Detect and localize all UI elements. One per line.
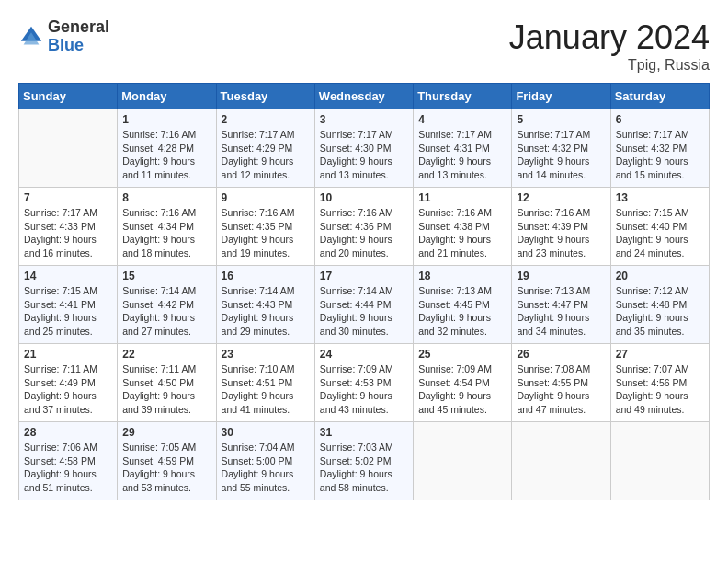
daylight-text: Daylight: 9 hours and 14 minutes.: [517, 155, 589, 180]
sunrise-text: Sunrise: 7:16 AM: [517, 207, 590, 218]
day-of-week-header: Thursday: [414, 84, 512, 109]
sunset-text: Sunset: 4:44 PM: [320, 299, 392, 310]
day-number: 18: [418, 270, 506, 282]
sunset-text: Sunset: 5:00 PM: [222, 455, 293, 466]
calendar-cell: 18Sunrise: 7:13 AMSunset: 4:45 PMDayligh…: [414, 266, 512, 344]
sunset-text: Sunset: 4:32 PM: [517, 143, 588, 154]
calendar-cell: 22Sunrise: 7:11 AMSunset: 4:50 PMDayligh…: [118, 344, 216, 422]
sunset-text: Sunset: 4:35 PM: [222, 221, 293, 232]
calendar-cell: 29Sunrise: 7:05 AMSunset: 4:59 PMDayligh…: [118, 422, 216, 500]
calendar-cell: 21Sunrise: 7:11 AMSunset: 4:49 PMDayligh…: [19, 344, 118, 422]
sunrise-text: Sunrise: 7:12 AM: [616, 285, 689, 296]
day-number: 30: [222, 426, 310, 439]
calendar-week-row: 7Sunrise: 7:17 AMSunset: 4:33 PMDaylight…: [19, 188, 710, 266]
sunset-text: Sunset: 4:50 PM: [122, 377, 194, 388]
daylight-text: Daylight: 9 hours and 34 minutes.: [517, 312, 589, 337]
calendar-cell: 31Sunrise: 7:03 AMSunset: 5:02 PMDayligh…: [314, 422, 413, 500]
location: Tpig, Russia: [509, 57, 710, 74]
day-number: 14: [24, 270, 112, 282]
daylight-text: Daylight: 9 hours and 45 minutes.: [418, 390, 491, 415]
calendar-cell: 4Sunrise: 7:17 AMSunset: 4:31 PMDaylight…: [414, 109, 512, 188]
calendar-cell: 26Sunrise: 7:08 AMSunset: 4:55 PMDayligh…: [512, 344, 610, 422]
calendar-cell: [512, 422, 610, 500]
sunrise-text: Sunrise: 7:15 AM: [616, 207, 689, 218]
cell-content: Sunrise: 7:16 AMSunset: 4:38 PMDaylight:…: [418, 206, 506, 260]
daylight-text: Daylight: 9 hours and 25 minutes.: [24, 312, 97, 337]
daylight-text: Daylight: 9 hours and 39 minutes.: [122, 390, 195, 415]
day-number: 13: [616, 191, 704, 204]
daylight-text: Daylight: 9 hours and 47 minutes.: [517, 390, 589, 415]
cell-content: Sunrise: 7:05 AMSunset: 4:59 PMDaylight:…: [122, 441, 210, 495]
day-number: 11: [418, 191, 506, 204]
day-number: 17: [320, 270, 408, 282]
sunrise-text: Sunrise: 7:03 AM: [320, 442, 393, 453]
calendar-cell: 25Sunrise: 7:09 AMSunset: 4:54 PMDayligh…: [414, 344, 512, 422]
sunrise-text: Sunrise: 7:16 AM: [122, 129, 196, 140]
cell-content: Sunrise: 7:16 AMSunset: 4:36 PMDaylight:…: [320, 206, 408, 260]
calendar-cell: 20Sunrise: 7:12 AMSunset: 4:48 PMDayligh…: [610, 266, 709, 344]
cell-content: Sunrise: 7:09 AMSunset: 4:54 PMDaylight:…: [418, 362, 506, 417]
cell-content: Sunrise: 7:13 AMSunset: 4:45 PMDaylight:…: [418, 284, 506, 339]
logo-general: General: [48, 17, 109, 36]
day-of-week-header: Wednesday: [314, 84, 413, 109]
sunrise-text: Sunrise: 7:15 AM: [24, 285, 97, 296]
daylight-text: Daylight: 9 hours and 19 minutes.: [222, 234, 294, 259]
calendar-week-row: 1Sunrise: 7:16 AMSunset: 4:28 PMDaylight…: [19, 109, 710, 188]
sunrise-text: Sunrise: 7:17 AM: [222, 129, 295, 140]
calendar-cell: 9Sunrise: 7:16 AMSunset: 4:35 PMDaylight…: [216, 188, 314, 266]
sunrise-text: Sunrise: 7:14 AM: [222, 285, 295, 296]
sunrise-text: Sunrise: 7:17 AM: [24, 207, 97, 218]
daylight-text: Daylight: 9 hours and 18 minutes.: [122, 234, 195, 259]
daylight-text: Daylight: 9 hours and 12 minutes.: [222, 155, 294, 180]
cell-content: Sunrise: 7:15 AMSunset: 4:41 PMDaylight:…: [24, 284, 112, 339]
daylight-text: Daylight: 9 hours and 13 minutes.: [320, 155, 392, 180]
calendar-cell: 12Sunrise: 7:16 AMSunset: 4:39 PMDayligh…: [512, 188, 610, 266]
calendar-cell: 15Sunrise: 7:14 AMSunset: 4:42 PMDayligh…: [118, 266, 216, 344]
day-number: 5: [517, 113, 605, 126]
cell-content: Sunrise: 7:13 AMSunset: 4:47 PMDaylight:…: [517, 284, 605, 339]
sunset-text: Sunset: 4:36 PM: [320, 221, 392, 232]
sunrise-text: Sunrise: 7:16 AM: [222, 207, 295, 218]
cell-content: Sunrise: 7:14 AMSunset: 4:42 PMDaylight:…: [122, 284, 210, 339]
sunrise-text: Sunrise: 7:17 AM: [418, 129, 492, 140]
sunset-text: Sunset: 4:47 PM: [517, 299, 588, 310]
sunset-text: Sunset: 4:55 PM: [517, 377, 588, 388]
day-number: 1: [122, 113, 210, 126]
sunrise-text: Sunrise: 7:17 AM: [320, 129, 393, 140]
sunset-text: Sunset: 4:42 PM: [122, 299, 194, 310]
day-number: 25: [418, 348, 506, 361]
daylight-text: Daylight: 9 hours and 30 minutes.: [320, 312, 392, 337]
day-number: 7: [24, 191, 112, 204]
calendar-cell: 13Sunrise: 7:15 AMSunset: 4:40 PMDayligh…: [610, 188, 709, 266]
cell-content: Sunrise: 7:17 AMSunset: 4:32 PMDaylight:…: [616, 128, 704, 182]
sunrise-text: Sunrise: 7:13 AM: [517, 285, 590, 296]
sunset-text: Sunset: 4:53 PM: [320, 377, 392, 388]
logo-blue: Blue: [48, 36, 84, 54]
daylight-text: Daylight: 9 hours and 20 minutes.: [320, 234, 392, 259]
day-of-week-header: Monday: [118, 84, 216, 109]
day-number: 9: [222, 191, 310, 204]
sunrise-text: Sunrise: 7:07 AM: [616, 363, 689, 374]
sunrise-text: Sunrise: 7:09 AM: [418, 363, 492, 374]
calendar-week-row: 14Sunrise: 7:15 AMSunset: 4:41 PMDayligh…: [19, 266, 710, 344]
calendar-cell: 5Sunrise: 7:17 AMSunset: 4:32 PMDaylight…: [512, 109, 610, 188]
calendar-cell: 23Sunrise: 7:10 AMSunset: 4:51 PMDayligh…: [216, 344, 314, 422]
cell-content: Sunrise: 7:11 AMSunset: 4:49 PMDaylight:…: [24, 362, 112, 417]
cell-content: Sunrise: 7:04 AMSunset: 5:00 PMDaylight:…: [222, 441, 310, 495]
daylight-text: Daylight: 9 hours and 32 minutes.: [418, 312, 491, 337]
cell-content: Sunrise: 7:14 AMSunset: 4:44 PMDaylight:…: [320, 284, 408, 339]
sunrise-text: Sunrise: 7:17 AM: [616, 129, 689, 140]
logo: General Blue: [18, 18, 109, 55]
daylight-text: Daylight: 9 hours and 51 minutes.: [24, 468, 97, 493]
daylight-text: Daylight: 9 hours and 11 minutes.: [122, 155, 195, 180]
calendar-cell: 3Sunrise: 7:17 AMSunset: 4:30 PMDaylight…: [314, 109, 413, 188]
sunrise-text: Sunrise: 7:09 AM: [320, 363, 393, 374]
calendar-cell: [19, 109, 118, 188]
sunset-text: Sunset: 4:32 PM: [616, 143, 688, 154]
cell-content: Sunrise: 7:10 AMSunset: 4:51 PMDaylight:…: [222, 362, 310, 417]
day-number: 10: [320, 191, 408, 204]
sunset-text: Sunset: 4:38 PM: [418, 221, 490, 232]
daylight-text: Daylight: 9 hours and 37 minutes.: [24, 390, 97, 415]
day-number: 6: [616, 113, 704, 126]
cell-content: Sunrise: 7:15 AMSunset: 4:40 PMDaylight:…: [616, 206, 704, 260]
